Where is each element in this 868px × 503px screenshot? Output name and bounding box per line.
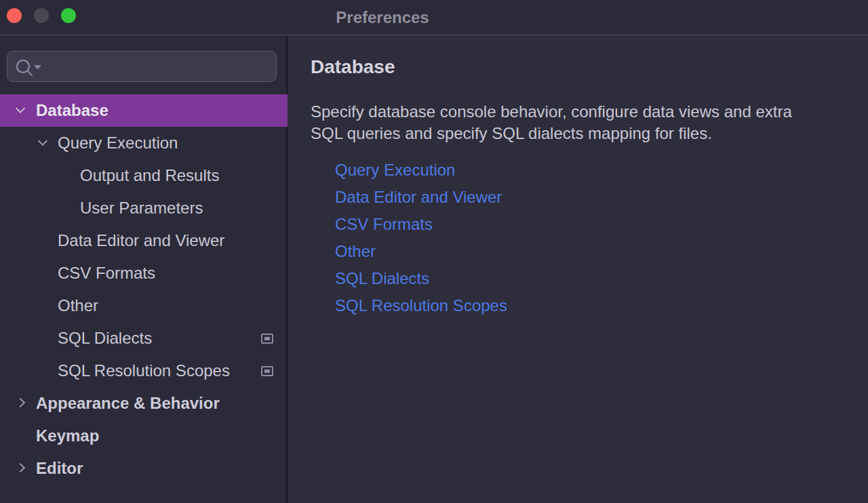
window-title: Preferences <box>336 0 429 35</box>
sidebar-item-user-parameters[interactable]: User Parameters <box>0 192 288 224</box>
chevron-down-icon <box>38 136 47 146</box>
minimize-button[interactable] <box>34 8 49 23</box>
link-other[interactable]: Other <box>335 238 507 265</box>
monitor-icon <box>261 366 273 376</box>
search-input[interactable] <box>43 53 273 80</box>
sidebar-item-label: Keymap <box>36 420 99 452</box>
monitor-icon-screen <box>264 369 270 373</box>
link-data-editor-and-viewer[interactable]: Data Editor and Viewer <box>335 184 507 211</box>
sidebar-item-sql-dialects[interactable]: SQL Dialects <box>0 322 288 355</box>
sidebar-item-output-and-results[interactable]: Output and Results <box>0 159 288 192</box>
sidebar-item-label: SQL Dialects <box>58 322 152 355</box>
sidebar-item-label: Other <box>58 289 98 322</box>
title-bar: Preferences <box>0 0 868 35</box>
sidebar-item-appearance-behavior[interactable]: Appearance & Behavior <box>0 387 288 420</box>
chevron-right-icon <box>16 398 25 407</box>
sidebar-item-label: Query Execution <box>58 127 178 159</box>
monitor-icon <box>261 334 273 344</box>
page-description-line2: SQL queries and specify SQL dialects map… <box>311 123 868 144</box>
sidebar-item-database[interactable]: Database <box>0 94 288 127</box>
preferences-window: Preferences Database Query Execution Out… <box>0 0 868 503</box>
subsection-links: Query Execution Data Editor and Viewer C… <box>335 157 507 319</box>
sidebar-item-sql-resolution-scopes[interactable]: SQL Resolution Scopes <box>0 355 288 387</box>
sidebar-item-other[interactable]: Other <box>0 289 288 322</box>
sidebar-item-label: Data Editor and Viewer <box>58 224 224 257</box>
sidebar-item-label: Database <box>36 94 108 127</box>
zoom-button[interactable] <box>61 8 76 23</box>
sidebar-item-label: User Parameters <box>80 192 203 224</box>
link-query-execution[interactable]: Query Execution <box>335 157 507 184</box>
link-sql-resolution-scopes[interactable]: SQL Resolution Scopes <box>335 292 507 319</box>
sidebar-item-label: Editor <box>36 452 83 485</box>
monitor-icon-screen <box>264 337 270 340</box>
page-description: Specify database console behavior, confi… <box>311 101 868 144</box>
sidebar-item-keymap[interactable]: Keymap <box>0 420 288 452</box>
sidebar-item-label: CSV Formats <box>58 257 155 289</box>
settings-content-panel: Database Specify database console behavi… <box>289 36 868 503</box>
sidebar-item-editor[interactable]: Editor <box>0 452 288 485</box>
settings-sidebar: Database Query Execution Output and Resu… <box>0 36 288 503</box>
sidebar-item-query-execution[interactable]: Query Execution <box>0 127 288 159</box>
sidebar-item-label: Output and Results <box>80 159 219 192</box>
settings-tree: Database Query Execution Output and Resu… <box>0 94 288 485</box>
page-description-line1: Specify database console behavior, confi… <box>311 101 868 123</box>
sidebar-item-label: Appearance & Behavior <box>36 387 220 420</box>
sidebar-item-label: SQL Resolution Scopes <box>58 355 230 387</box>
sidebar-item-data-editor-and-viewer[interactable]: Data Editor and Viewer <box>0 224 288 257</box>
close-button[interactable] <box>7 8 22 23</box>
page-title: Database <box>311 56 395 78</box>
link-sql-dialects[interactable]: SQL Dialects <box>335 265 507 292</box>
settings-search-box[interactable] <box>7 51 277 82</box>
sidebar-item-csv-formats[interactable]: CSV Formats <box>0 257 288 289</box>
chevron-down-icon <box>16 104 25 113</box>
search-icon <box>14 58 47 77</box>
chevron-right-icon <box>16 463 25 472</box>
link-csv-formats[interactable]: CSV Formats <box>335 211 507 238</box>
